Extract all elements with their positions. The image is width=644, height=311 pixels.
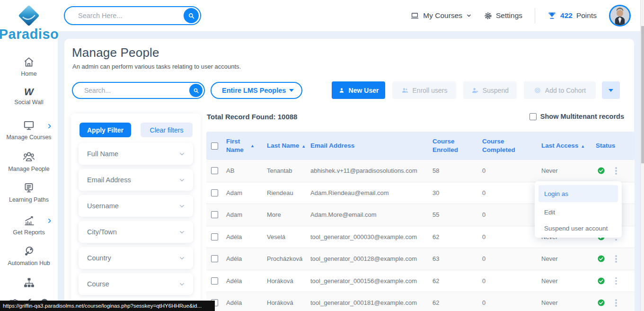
table-row[interactable]: Adéla Procházková tool_generator_000128@… <box>206 248 635 270</box>
select-all-checkbox[interactable] <box>211 142 218 150</box>
caret-down-icon <box>609 89 613 92</box>
sort-asc-icon[interactable]: ▲ <box>301 144 306 149</box>
more-actions-dropdown[interactable] <box>602 81 620 99</box>
col-first-name[interactable]: First Name▲ <box>222 137 263 154</box>
target-icon <box>534 87 541 94</box>
col-email[interactable]: Email Address <box>307 142 429 150</box>
cell-first-name: Adéla <box>222 299 263 306</box>
search-button[interactable] <box>184 8 199 23</box>
row-actions-menu[interactable] <box>610 167 635 175</box>
sort-asc-icon[interactable]: ▲ <box>250 143 255 149</box>
global-search[interactable] <box>64 6 201 25</box>
automation-icon <box>23 245 35 258</box>
cell-first-name: Adéla <box>222 255 263 262</box>
person-x-icon <box>471 87 479 94</box>
filter-country[interactable]: Country <box>79 247 193 269</box>
col-completed[interactable]: Course Completed <box>478 137 538 154</box>
scrollbar-thumb[interactable] <box>641 26 644 163</box>
filter-course[interactable]: Course <box>79 273 193 295</box>
add-to-cohort-button[interactable]: Add to Cohort <box>524 81 596 99</box>
cell-enrolled: 58 <box>429 167 478 174</box>
row-checkbox[interactable] <box>211 167 218 174</box>
multitenant-toggle[interactable]: Show Multitenant records <box>529 113 624 120</box>
cell-enrolled: 63 <box>429 255 478 262</box>
magnifier-icon <box>187 12 195 20</box>
row-checkbox[interactable] <box>211 233 218 240</box>
cell-email: Adam.More@email.com <box>307 211 429 218</box>
brand-logo[interactable]: Paradiso <box>0 2 58 47</box>
sort-asc-icon[interactable]: ▲ <box>581 144 585 149</box>
filter-city-town[interactable]: City/Town <box>79 221 193 243</box>
sidebar-item-learning-paths[interactable]: Learning Paths <box>0 182 58 203</box>
cell-enrolled: 30 <box>429 189 478 196</box>
topbar-divider <box>535 8 535 23</box>
cell-enrolled: 62 <box>429 277 478 284</box>
user-avatar[interactable] <box>609 5 631 27</box>
points-label: Points <box>576 11 597 20</box>
sidebar-item-get-reports[interactable]: Get Reports <box>0 214 58 236</box>
table-row[interactable]: AB Tenantab abhishek.v+11@paradisosoluti… <box>206 160 635 182</box>
social-wall-icon: W <box>24 87 34 97</box>
people-search-button[interactable] <box>189 84 203 97</box>
context-menu-edit[interactable]: Edit <box>535 204 622 220</box>
col-last-name[interactable]: Last Name▲ <box>263 142 307 150</box>
filter-email-address[interactable]: Email Address <box>79 169 193 191</box>
row-actions-menu[interactable] <box>610 299 635 307</box>
context-menu-suspend-user[interactable]: Suspend user account <box>535 220 622 236</box>
row-checkbox[interactable] <box>211 277 218 284</box>
points-indicator[interactable]: 422 Points <box>547 11 597 20</box>
row-actions-menu[interactable] <box>610 255 635 263</box>
cell-last-access: Never <box>538 299 592 306</box>
col-enrolled[interactable]: Course Enrolled <box>429 137 478 154</box>
people-search-input[interactable] <box>73 87 189 94</box>
chevron-right-icon[interactable] <box>46 123 53 129</box>
row-actions-menu[interactable] <box>610 277 635 285</box>
sidebar-item-social-wall[interactable]: W Social Wall <box>0 87 58 106</box>
enroll-users-button[interactable]: Enroll users <box>392 81 456 99</box>
status-active-icon <box>597 255 605 263</box>
total-records-text: Total Record Found: 10088 <box>207 113 297 121</box>
sidebar-item-home[interactable]: Home <box>0 56 58 77</box>
enroll-users-label: Enroll users <box>413 87 448 94</box>
new-user-button[interactable]: New User <box>332 81 385 99</box>
filter-full-name[interactable]: Full Name <box>79 143 193 165</box>
monitor-icon <box>23 119 35 132</box>
brand-wordmark: Paradiso <box>0 27 59 42</box>
my-courses-menu[interactable]: My Courses <box>410 11 472 20</box>
cell-last-name: Horáková <box>263 299 307 306</box>
chevron-down-icon <box>178 255 185 262</box>
context-menu-login-as[interactable]: Login as <box>538 185 618 202</box>
sidebar-label-learning-paths: Learning Paths <box>9 196 49 203</box>
suspend-button[interactable]: Suspend <box>463 81 517 99</box>
chevron-right-icon[interactable] <box>46 218 53 224</box>
chevron-down-icon <box>466 13 472 18</box>
sidebar-label-home: Home <box>21 71 36 77</box>
people-search[interactable] <box>72 82 205 99</box>
settings-menu[interactable]: Settings <box>484 11 522 20</box>
cell-email: Adam.Riendeau@email.com <box>307 189 429 196</box>
cell-last-access: Never <box>538 255 592 262</box>
sidebar-item-automation-hub[interactable]: Automation Hub <box>0 245 58 267</box>
cell-last-name: Horáková <box>263 277 307 284</box>
apply-filter-button[interactable]: Apply Filter <box>79 123 131 137</box>
sidebar-item-manage-people[interactable]: Manage People <box>0 151 58 172</box>
multitenant-checkbox[interactable] <box>529 113 537 120</box>
sidebar-item-org-chart[interactable] <box>0 276 58 289</box>
scope-dropdown[interactable]: Entire LMS Peoples <box>211 82 302 99</box>
col-last-access[interactable]: Last Access▲ <box>538 142 592 150</box>
filter-username[interactable]: Username <box>79 195 193 217</box>
table-row[interactable]: Adéla Horáková tool_generator_000156@exa… <box>206 270 635 293</box>
row-checkbox[interactable] <box>211 255 218 262</box>
global-search-input[interactable] <box>65 12 184 19</box>
cell-email: tool_generator_000128@example.com <box>307 255 429 262</box>
chevron-down-icon <box>178 177 185 184</box>
filter-course-label: Course <box>87 280 109 288</box>
sidebar-item-manage-courses[interactable]: Manage Courses <box>0 119 58 141</box>
clear-filters-button[interactable]: Clear filters <box>141 123 193 137</box>
row-checkbox[interactable] <box>211 211 218 218</box>
cell-completed: 0 <box>478 189 538 196</box>
table-row[interactable]: Adéla Horáková tool_generator_000181@exa… <box>206 292 635 311</box>
table-header: First Name▲ Last Name▲ Email Address Cou… <box>206 132 635 160</box>
row-checkbox[interactable] <box>211 189 218 196</box>
page-scrollbar[interactable] <box>640 0 644 311</box>
